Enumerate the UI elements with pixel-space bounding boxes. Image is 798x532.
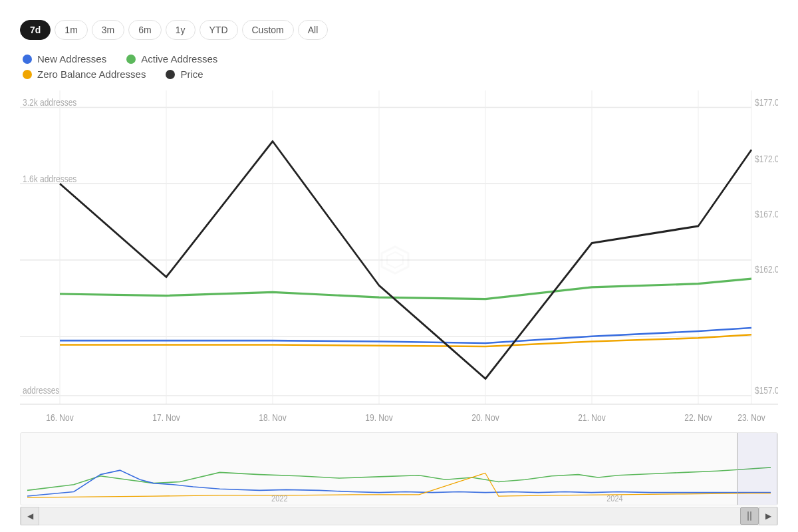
- svg-text:18. Nov: 18. Nov: [259, 412, 286, 424]
- legend-dot-2: [23, 70, 32, 79]
- nav-left-arrow[interactable]: ◀: [21, 507, 39, 525]
- time-btn-custom[interactable]: Custom: [242, 20, 294, 40]
- legend-label-2: Zero Balance Addresses: [37, 68, 146, 80]
- svg-text:$177.00: $177.00: [755, 97, 778, 108]
- svg-text:2022: 2022: [271, 494, 287, 502]
- time-btn-6m[interactable]: 6m: [128, 20, 161, 40]
- svg-text:1.6k addresses: 1.6k addresses: [23, 173, 76, 184]
- time-btn-1m[interactable]: 1m: [55, 20, 87, 40]
- svg-text:16. Nov: 16. Nov: [46, 412, 73, 424]
- legend-item-1: Active Addresses: [126, 53, 217, 65]
- mini-chart-container: 2022 2024: [20, 432, 778, 505]
- legend-label-1: Active Addresses: [141, 53, 217, 65]
- legend-item-2: Zero Balance Addresses: [23, 68, 146, 80]
- navigator[interactable]: ◀ ▶: [20, 507, 778, 525]
- nav-handle[interactable]: [740, 507, 759, 525]
- time-btn-1y[interactable]: 1y: [166, 20, 196, 40]
- chart-wrapper: 3.2k addresses 1.6k addresses addresses …: [20, 90, 778, 525]
- time-range-selector: 7d1m3m6m1yYTDCustomAll: [20, 20, 778, 40]
- svg-text:2024: 2024: [606, 494, 623, 502]
- svg-text:$167.00: $167.00: [755, 209, 778, 220]
- legend-dot-3: [166, 70, 175, 79]
- time-btn-3m[interactable]: 3m: [92, 20, 124, 40]
- svg-text:17. Nov: 17. Nov: [152, 412, 180, 424]
- time-btn-ytd[interactable]: YTD: [200, 20, 238, 40]
- nav-track[interactable]: [39, 507, 759, 525]
- svg-text:21. Nov: 21. Nov: [578, 412, 605, 424]
- svg-text:$157.00: $157.00: [755, 385, 778, 396]
- main-container: 7d1m3m6m1yYTDCustomAll New AddressesActi…: [0, 0, 798, 532]
- svg-text:19. Nov: 19. Nov: [365, 412, 392, 424]
- chart-legend: New AddressesActive AddressesZero Balanc…: [20, 53, 778, 80]
- legend-dot-0: [23, 55, 32, 64]
- main-chart: 3.2k addresses 1.6k addresses addresses …: [20, 90, 778, 430]
- legend-label-0: New Addresses: [37, 53, 106, 65]
- main-chart-svg: 3.2k addresses 1.6k addresses addresses …: [20, 90, 778, 430]
- time-btn-all[interactable]: All: [298, 20, 329, 40]
- legend-dot-1: [126, 55, 136, 64]
- mini-chart-svg: 2022 2024: [21, 433, 777, 505]
- svg-rect-34: [737, 433, 777, 505]
- time-btn-7d[interactable]: 7d: [20, 20, 51, 40]
- nav-right-arrow[interactable]: ▶: [759, 507, 777, 525]
- svg-text:23. Nov: 23. Nov: [737, 412, 765, 424]
- svg-text:3.2k addresses: 3.2k addresses: [23, 97, 76, 108]
- legend-item-3: Price: [166, 68, 203, 80]
- svg-text:addresses: addresses: [23, 385, 59, 396]
- svg-text:22. Nov: 22. Nov: [684, 412, 712, 424]
- svg-text:$172.00: $172.00: [755, 154, 778, 165]
- legend-item-0: New Addresses: [23, 53, 106, 65]
- legend-label-3: Price: [180, 68, 203, 80]
- svg-text:20. Nov: 20. Nov: [471, 412, 499, 424]
- svg-text:$162.00: $162.00: [755, 264, 778, 275]
